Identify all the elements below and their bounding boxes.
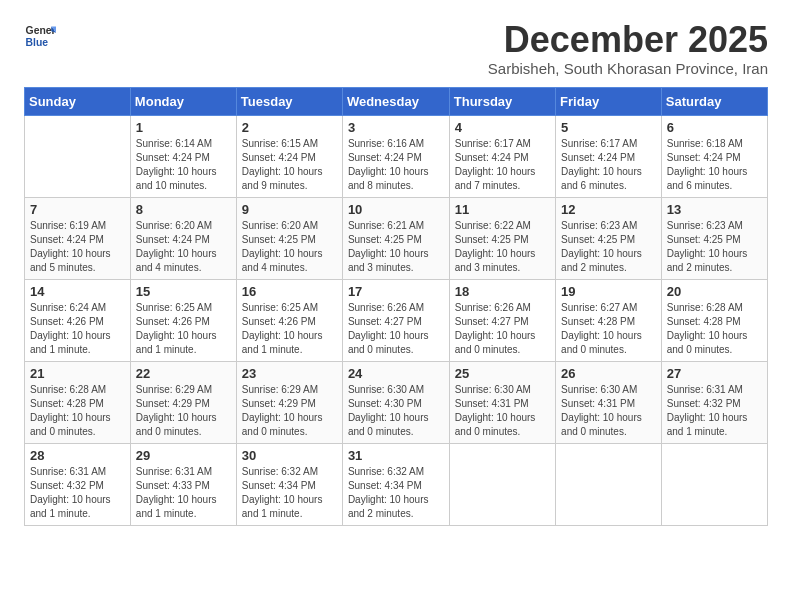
day-info: Sunrise: 6:31 AM Sunset: 4:33 PM Dayligh… — [136, 465, 231, 521]
calendar-week-row: 7Sunrise: 6:19 AM Sunset: 4:24 PM Daylig… — [25, 197, 768, 279]
day-info: Sunrise: 6:24 AM Sunset: 4:26 PM Dayligh… — [30, 301, 125, 357]
day-number: 20 — [667, 284, 762, 299]
calendar-day-cell — [556, 443, 662, 525]
calendar-day-cell: 12Sunrise: 6:23 AM Sunset: 4:25 PM Dayli… — [556, 197, 662, 279]
weekday-header: Friday — [556, 87, 662, 115]
day-number: 28 — [30, 448, 125, 463]
day-info: Sunrise: 6:29 AM Sunset: 4:29 PM Dayligh… — [136, 383, 231, 439]
calendar-day-cell — [661, 443, 767, 525]
calendar-day-cell: 7Sunrise: 6:19 AM Sunset: 4:24 PM Daylig… — [25, 197, 131, 279]
day-info: Sunrise: 6:27 AM Sunset: 4:28 PM Dayligh… — [561, 301, 656, 357]
calendar-day-cell: 16Sunrise: 6:25 AM Sunset: 4:26 PM Dayli… — [236, 279, 342, 361]
calendar-week-row: 28Sunrise: 6:31 AM Sunset: 4:32 PM Dayli… — [25, 443, 768, 525]
day-info: Sunrise: 6:32 AM Sunset: 4:34 PM Dayligh… — [242, 465, 337, 521]
calendar-day-cell: 28Sunrise: 6:31 AM Sunset: 4:32 PM Dayli… — [25, 443, 131, 525]
day-info: Sunrise: 6:22 AM Sunset: 4:25 PM Dayligh… — [455, 219, 550, 275]
day-number: 14 — [30, 284, 125, 299]
day-number: 15 — [136, 284, 231, 299]
calendar-week-row: 14Sunrise: 6:24 AM Sunset: 4:26 PM Dayli… — [25, 279, 768, 361]
weekday-header: Monday — [130, 87, 236, 115]
calendar-day-cell: 6Sunrise: 6:18 AM Sunset: 4:24 PM Daylig… — [661, 115, 767, 197]
day-info: Sunrise: 6:16 AM Sunset: 4:24 PM Dayligh… — [348, 137, 444, 193]
day-number: 24 — [348, 366, 444, 381]
calendar-day-cell: 13Sunrise: 6:23 AM Sunset: 4:25 PM Dayli… — [661, 197, 767, 279]
calendar-day-cell: 29Sunrise: 6:31 AM Sunset: 4:33 PM Dayli… — [130, 443, 236, 525]
calendar-day-cell: 10Sunrise: 6:21 AM Sunset: 4:25 PM Dayli… — [342, 197, 449, 279]
calendar-day-cell: 31Sunrise: 6:32 AM Sunset: 4:34 PM Dayli… — [342, 443, 449, 525]
calendar-day-cell — [449, 443, 555, 525]
day-number: 29 — [136, 448, 231, 463]
day-number: 2 — [242, 120, 337, 135]
day-number: 9 — [242, 202, 337, 217]
day-number: 4 — [455, 120, 550, 135]
calendar-day-cell: 20Sunrise: 6:28 AM Sunset: 4:28 PM Dayli… — [661, 279, 767, 361]
svg-text:Blue: Blue — [26, 37, 49, 48]
day-number: 3 — [348, 120, 444, 135]
calendar-day-cell: 21Sunrise: 6:28 AM Sunset: 4:28 PM Dayli… — [25, 361, 131, 443]
weekday-header: Wednesday — [342, 87, 449, 115]
day-info: Sunrise: 6:15 AM Sunset: 4:24 PM Dayligh… — [242, 137, 337, 193]
calendar-day-cell: 8Sunrise: 6:20 AM Sunset: 4:24 PM Daylig… — [130, 197, 236, 279]
day-info: Sunrise: 6:30 AM Sunset: 4:30 PM Dayligh… — [348, 383, 444, 439]
calendar-day-cell: 26Sunrise: 6:30 AM Sunset: 4:31 PM Dayli… — [556, 361, 662, 443]
weekday-header: Saturday — [661, 87, 767, 115]
calendar-day-cell: 4Sunrise: 6:17 AM Sunset: 4:24 PM Daylig… — [449, 115, 555, 197]
calendar-day-cell: 9Sunrise: 6:20 AM Sunset: 4:25 PM Daylig… — [236, 197, 342, 279]
day-number: 18 — [455, 284, 550, 299]
day-info: Sunrise: 6:29 AM Sunset: 4:29 PM Dayligh… — [242, 383, 337, 439]
calendar-day-cell — [25, 115, 131, 197]
calendar-day-cell: 22Sunrise: 6:29 AM Sunset: 4:29 PM Dayli… — [130, 361, 236, 443]
calendar-week-row: 21Sunrise: 6:28 AM Sunset: 4:28 PM Dayli… — [25, 361, 768, 443]
general-blue-logo-icon: General Blue — [24, 20, 56, 52]
day-number: 25 — [455, 366, 550, 381]
title-area: December 2025 Sarbisheh, South Khorasan … — [488, 20, 768, 77]
weekday-header: Tuesday — [236, 87, 342, 115]
day-number: 22 — [136, 366, 231, 381]
day-number: 23 — [242, 366, 337, 381]
calendar-day-cell: 24Sunrise: 6:30 AM Sunset: 4:30 PM Dayli… — [342, 361, 449, 443]
day-info: Sunrise: 6:20 AM Sunset: 4:24 PM Dayligh… — [136, 219, 231, 275]
calendar-day-cell: 14Sunrise: 6:24 AM Sunset: 4:26 PM Dayli… — [25, 279, 131, 361]
day-info: Sunrise: 6:31 AM Sunset: 4:32 PM Dayligh… — [30, 465, 125, 521]
day-number: 17 — [348, 284, 444, 299]
calendar-day-cell: 23Sunrise: 6:29 AM Sunset: 4:29 PM Dayli… — [236, 361, 342, 443]
day-number: 1 — [136, 120, 231, 135]
day-number: 10 — [348, 202, 444, 217]
calendar-day-cell: 19Sunrise: 6:27 AM Sunset: 4:28 PM Dayli… — [556, 279, 662, 361]
day-info: Sunrise: 6:17 AM Sunset: 4:24 PM Dayligh… — [455, 137, 550, 193]
calendar-day-cell: 25Sunrise: 6:30 AM Sunset: 4:31 PM Dayli… — [449, 361, 555, 443]
logo: General Blue — [24, 20, 60, 52]
day-number: 8 — [136, 202, 231, 217]
day-info: Sunrise: 6:28 AM Sunset: 4:28 PM Dayligh… — [667, 301, 762, 357]
day-number: 11 — [455, 202, 550, 217]
day-info: Sunrise: 6:31 AM Sunset: 4:32 PM Dayligh… — [667, 383, 762, 439]
day-number: 31 — [348, 448, 444, 463]
calendar-day-cell: 11Sunrise: 6:22 AM Sunset: 4:25 PM Dayli… — [449, 197, 555, 279]
day-info: Sunrise: 6:25 AM Sunset: 4:26 PM Dayligh… — [242, 301, 337, 357]
day-info: Sunrise: 6:30 AM Sunset: 4:31 PM Dayligh… — [455, 383, 550, 439]
weekday-header: Sunday — [25, 87, 131, 115]
calendar-day-cell: 15Sunrise: 6:25 AM Sunset: 4:26 PM Dayli… — [130, 279, 236, 361]
day-info: Sunrise: 6:26 AM Sunset: 4:27 PM Dayligh… — [348, 301, 444, 357]
calendar-day-cell: 27Sunrise: 6:31 AM Sunset: 4:32 PM Dayli… — [661, 361, 767, 443]
calendar-day-cell: 5Sunrise: 6:17 AM Sunset: 4:24 PM Daylig… — [556, 115, 662, 197]
location-subtitle: Sarbisheh, South Khorasan Province, Iran — [488, 60, 768, 77]
day-info: Sunrise: 6:17 AM Sunset: 4:24 PM Dayligh… — [561, 137, 656, 193]
day-info: Sunrise: 6:26 AM Sunset: 4:27 PM Dayligh… — [455, 301, 550, 357]
day-info: Sunrise: 6:23 AM Sunset: 4:25 PM Dayligh… — [561, 219, 656, 275]
day-number: 30 — [242, 448, 337, 463]
month-title: December 2025 — [488, 20, 768, 60]
day-info: Sunrise: 6:25 AM Sunset: 4:26 PM Dayligh… — [136, 301, 231, 357]
calendar-day-cell: 18Sunrise: 6:26 AM Sunset: 4:27 PM Dayli… — [449, 279, 555, 361]
day-info: Sunrise: 6:32 AM Sunset: 4:34 PM Dayligh… — [348, 465, 444, 521]
day-number: 6 — [667, 120, 762, 135]
calendar-day-cell: 17Sunrise: 6:26 AM Sunset: 4:27 PM Dayli… — [342, 279, 449, 361]
day-info: Sunrise: 6:19 AM Sunset: 4:24 PM Dayligh… — [30, 219, 125, 275]
calendar-week-row: 1Sunrise: 6:14 AM Sunset: 4:24 PM Daylig… — [25, 115, 768, 197]
calendar-day-cell: 30Sunrise: 6:32 AM Sunset: 4:34 PM Dayli… — [236, 443, 342, 525]
calendar-day-cell: 1Sunrise: 6:14 AM Sunset: 4:24 PM Daylig… — [130, 115, 236, 197]
day-number: 7 — [30, 202, 125, 217]
day-number: 27 — [667, 366, 762, 381]
day-number: 13 — [667, 202, 762, 217]
day-number: 5 — [561, 120, 656, 135]
